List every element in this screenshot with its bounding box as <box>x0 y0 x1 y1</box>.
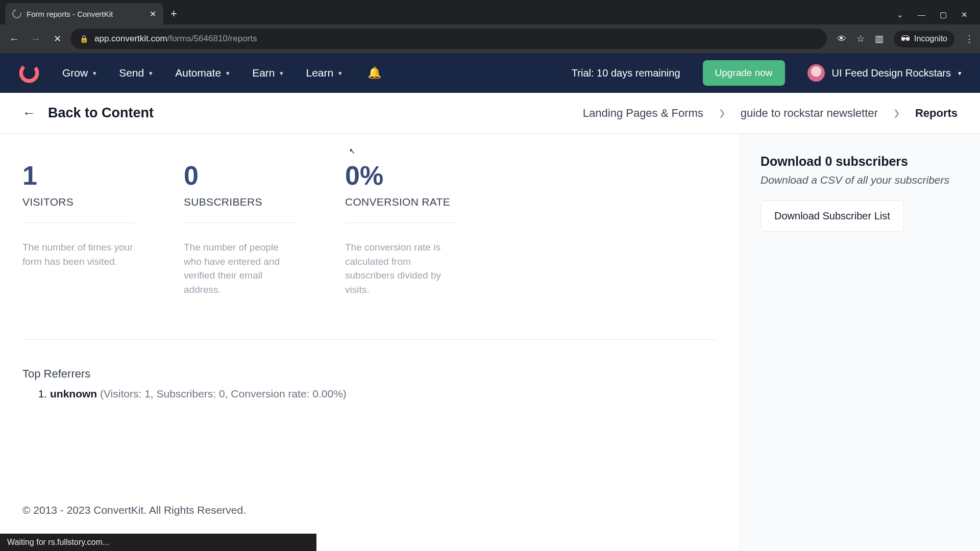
sidebar-title: Download 0 subscribers <box>761 154 960 169</box>
trial-status: Trial: 10 days remaining <box>572 67 680 79</box>
url-path: /forms/5646810/reports <box>167 34 257 43</box>
app-navbar: Grow▾ Send▾ Automate▾ Earn▾ Learn▾ 🔔 Tri… <box>0 53 980 93</box>
nav-learn-label: Learn <box>306 67 333 79</box>
download-subscriber-list-button[interactable]: Download Subscriber List <box>761 201 904 232</box>
toolbar-icons: 👁 ☆ ▥ 🕶 Incognito ⋮ <box>837 31 974 47</box>
chevron-down-icon: ▾ <box>149 69 153 77</box>
browser-toolbar: ← → ✕ 🔒 app.convertkit.com/forms/5646810… <box>0 24 980 53</box>
sidebar-subtitle: Download a CSV of all your subscribers <box>761 174 960 186</box>
download-sidebar: Download 0 subscribers Download a CSV of… <box>740 134 980 551</box>
stat-value: 1 <box>22 162 161 189</box>
stat-label: VISITORS <box>22 196 161 208</box>
incognito-label: Incognito <box>914 34 947 43</box>
stat-subscribers: 0 SUBSCRIBERS The number of people who h… <box>184 162 323 296</box>
lock-icon[interactable]: 🔒 <box>80 35 88 43</box>
chevron-down-icon: ▾ <box>958 69 962 77</box>
close-tab-icon[interactable]: ✕ <box>150 9 156 19</box>
divider <box>22 222 135 223</box>
bookmark-icon[interactable]: ☆ <box>856 33 865 44</box>
chevron-right-icon: ❯ <box>719 108 725 118</box>
back-label: Back to Content <box>48 105 154 121</box>
kebab-menu-icon[interactable]: ⋮ <box>965 33 974 44</box>
referrer-name: unknown <box>50 388 97 399</box>
crumb-form-name[interactable]: guide to rockstar newsletter <box>741 107 878 120</box>
stat-value: 0% <box>345 162 484 189</box>
side-panel-icon[interactable]: ▥ <box>875 33 884 44</box>
nav-learn[interactable]: Learn▾ <box>306 67 342 79</box>
crumb-landing-pages[interactable]: Landing Pages & Forms <box>583 107 703 120</box>
nav-send-label: Send <box>119 67 144 79</box>
referrers-title: Top Referrers <box>22 367 717 381</box>
page-subheader: ← Back to Content Landing Pages & Forms … <box>0 93 980 134</box>
tracking-blocked-icon[interactable]: 👁 <box>837 34 846 44</box>
footer-copyright: © 2013 - 2023 ConvertKit. All Rights Res… <box>22 504 246 516</box>
referrer-meta: (Visitors: 1, Subscribers: 0, Conversion… <box>100 388 347 399</box>
stat-conversion-rate: 0% CONVERSION RATE The conversion rate i… <box>345 162 484 296</box>
stat-description: The number of people who have entered an… <box>184 240 296 296</box>
divider <box>345 222 457 223</box>
nav-send[interactable]: Send▾ <box>119 67 153 79</box>
avatar <box>807 64 825 82</box>
close-window-icon[interactable]: ✕ <box>961 10 968 19</box>
convertkit-logo[interactable] <box>18 62 40 84</box>
page-body: 1 VISITORS The number of times your form… <box>0 134 980 551</box>
nav-earn-label: Earn <box>252 67 275 79</box>
chevron-right-icon: ❯ <box>893 108 900 118</box>
nav-automate-label: Automate <box>175 67 221 79</box>
divider <box>184 222 296 223</box>
arrow-left-icon: ← <box>22 105 36 121</box>
breadcrumb: Landing Pages & Forms ❯ guide to rocksta… <box>583 107 958 120</box>
svg-point-0 <box>18 62 40 84</box>
chevron-down-icon: ▾ <box>226 69 230 77</box>
tab-search-icon[interactable]: ⌄ <box>897 10 903 19</box>
nav-automate[interactable]: Automate▾ <box>175 67 230 79</box>
main-content: 1 VISITORS The number of times your form… <box>0 134 740 551</box>
tab-favicon <box>11 8 23 20</box>
stats-row: 1 VISITORS The number of times your form… <box>22 162 717 296</box>
chevron-down-icon: ▾ <box>280 69 283 77</box>
stat-label: CONVERSION RATE <box>345 196 484 208</box>
stat-label: SUBSCRIBERS <box>184 196 323 208</box>
minimize-icon[interactable]: ― <box>918 10 925 19</box>
stat-value: 0 <box>184 162 323 189</box>
tab-title: Form reports - ConvertKit <box>27 10 144 18</box>
user-name: UI Feed Design Rockstars <box>832 67 951 79</box>
chevron-down-icon: ▾ <box>93 69 96 77</box>
user-menu[interactable]: UI Feed Design Rockstars ▾ <box>807 64 962 82</box>
chevron-down-icon: ▾ <box>338 69 342 77</box>
incognito-badge[interactable]: 🕶 Incognito <box>894 31 954 47</box>
referrer-item: unknown (Visitors: 1, Subscribers: 0, Co… <box>50 388 717 400</box>
notifications-icon[interactable]: 🔔 <box>368 66 381 80</box>
stat-visitors: 1 VISITORS The number of times your form… <box>22 162 161 296</box>
top-referrers: Top Referrers unknown (Visitors: 1, Subs… <box>22 367 717 400</box>
section-divider <box>22 339 717 340</box>
incognito-icon: 🕶 <box>901 34 910 44</box>
nav-earn[interactable]: Earn▾ <box>252 67 283 79</box>
status-bar: Waiting for rs.fullstory.com... <box>0 534 316 551</box>
stop-loading-icon[interactable]: ✕ <box>49 33 65 44</box>
url-text: app.convertkit.com/forms/5646810/reports <box>94 34 257 44</box>
back-icon[interactable]: ← <box>6 33 22 45</box>
stat-description: The number of times your form has been v… <box>22 240 135 268</box>
back-to-content[interactable]: ← Back to Content <box>22 105 154 121</box>
new-tab-button[interactable]: + <box>163 7 184 24</box>
crumb-reports: Reports <box>915 107 958 120</box>
maximize-icon[interactable]: ▢ <box>940 10 947 19</box>
nav-grow-label: Grow <box>62 67 88 79</box>
nav-grow[interactable]: Grow▾ <box>62 67 96 79</box>
upgrade-button[interactable]: Upgrade now <box>703 60 785 86</box>
browser-tab-strip: Form reports - ConvertKit ✕ + ⌄ ― ▢ ✕ <box>0 0 980 24</box>
url-host: app.convertkit.com <box>94 34 167 43</box>
window-controls: ⌄ ― ▢ ✕ <box>897 10 980 24</box>
forward-icon: → <box>28 33 44 45</box>
stat-description: The conversion rate is calculated from s… <box>345 240 457 296</box>
address-bar[interactable]: 🔒 app.convertkit.com/forms/5646810/repor… <box>70 29 827 49</box>
browser-tab[interactable]: Form reports - ConvertKit ✕ <box>5 3 163 24</box>
